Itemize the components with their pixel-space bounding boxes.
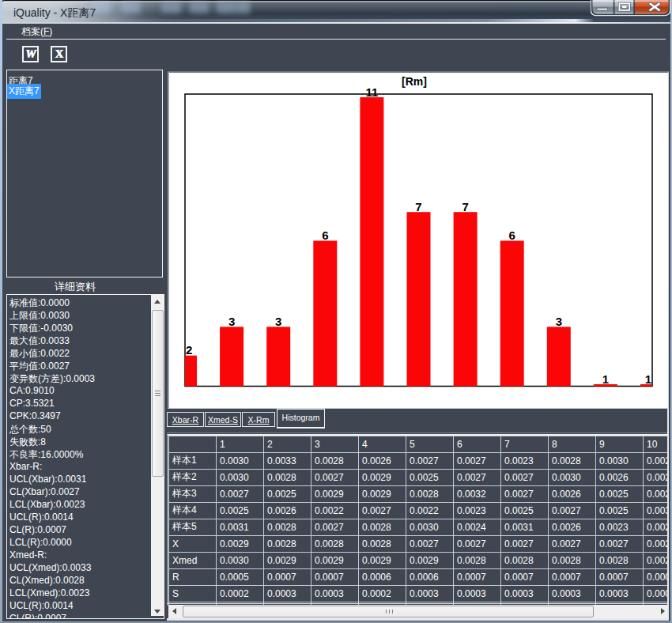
svg-text:1: 1 <box>602 372 609 386</box>
svg-text:6: 6 <box>509 228 515 242</box>
svg-text:3: 3 <box>275 315 281 328</box>
svg-text:1: 1 <box>645 372 651 386</box>
svg-text:6: 6 <box>322 228 328 242</box>
svg-text:7: 7 <box>415 200 421 213</box>
svg-text:[Rm]: [Rm] <box>402 75 427 88</box>
svg-text:3: 3 <box>556 315 562 328</box>
svg-text:7: 7 <box>462 200 468 213</box>
svg-text:2: 2 <box>186 343 192 357</box>
svg-text:11: 11 <box>365 85 378 99</box>
svg-text:3: 3 <box>228 315 235 328</box>
